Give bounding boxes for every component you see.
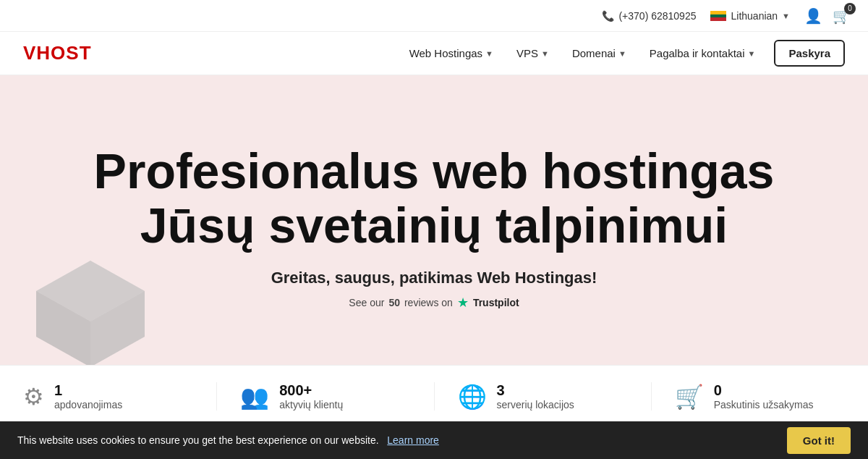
nav-item-domenai[interactable]: Domenai ▼ — [562, 41, 637, 65]
nav-bar: VHOST Web Hostingas ▼ VPS ▼ Domenai ▼ Pa… — [0, 32, 868, 75]
trustpilot-prefix: See our — [349, 297, 384, 308]
stat-item-awards: ⚙ 1 apdovanojimas — [0, 382, 217, 410]
phone-number: 📞 (+370) 62810925 — [602, 10, 696, 22]
nav-item-vps[interactable]: VPS ▼ — [506, 41, 559, 65]
trustpilot-star-icon: ★ — [457, 295, 469, 311]
phone-icon: 📞 — [602, 10, 614, 22]
nav-caret-web-hostingas: ▼ — [485, 49, 493, 58]
stat-item-orders: 🛒 0 Paskutinis užsakymas — [652, 382, 868, 410]
nav-caret-pagalba: ▼ — [748, 49, 756, 58]
cookie-message: This website uses cookies to ensure you … — [17, 434, 780, 446]
language-caret-icon: ▼ — [782, 12, 790, 20]
nav-links: Web Hostingas ▼ VPS ▼ Domenai ▼ Pagalba … — [399, 40, 845, 67]
stat-text-clients: 800+ aktyvių klientų — [279, 382, 343, 410]
stat-item-servers: 🌐 3 serverių lokacijos — [435, 382, 652, 410]
top-bar: 📞 (+370) 62810925 Lithuanian ▼ 👤 🛒 0 — [0, 0, 868, 32]
language-label: Lithuanian — [731, 10, 778, 22]
stat-number-clients: 800+ — [279, 382, 343, 399]
svg-rect-0 — [710, 11, 726, 14]
trustpilot-mid: reviews on — [404, 297, 453, 308]
trustpilot-brand: Trustpilot — [473, 297, 519, 308]
trustpilot-line: See our 50 reviews on ★ Trustpilot — [349, 295, 519, 311]
hero-subtitle: Greitas, saugus, patikimas Web Hostingas… — [271, 269, 597, 287]
stat-label-clients: aktyvių klientų — [279, 399, 343, 410]
hero-title: Profesionalus web hostingas Jūsų svetain… — [43, 144, 825, 253]
trustpilot-count: 50 — [388, 297, 400, 308]
language-selector[interactable]: Lithuanian ▼ — [710, 10, 790, 22]
logo[interactable]: VHOST — [23, 42, 92, 64]
cookie-message-text: This website uses cookies to ensure you … — [17, 434, 379, 446]
paskyra-button[interactable]: Paskyra — [774, 40, 845, 67]
stat-label-orders: Paskutinis užsakymas — [714, 399, 814, 410]
cart-badge: 0 — [844, 3, 856, 14]
hero-section: Profesionalus web hostingas Jūsų svetain… — [0, 75, 868, 365]
nav-caret-vps: ▼ — [541, 49, 549, 58]
phone-text: (+370) 62810925 — [618, 10, 696, 22]
cookie-learn-more-link[interactable]: Learn more — [387, 434, 439, 446]
stat-number-servers: 3 — [497, 382, 574, 399]
stat-number-orders: 0 — [714, 382, 814, 399]
stat-item-clients: 👥 800+ aktyvių klientų — [217, 382, 434, 410]
stat-number-awards: 1 — [54, 382, 122, 399]
top-bar-icons: 👤 🛒 0 — [804, 7, 851, 25]
nav-label-web-hostingas: Web Hostingas — [409, 47, 482, 59]
decorative-cube — [29, 257, 152, 365]
stat-text-orders: 0 Paskutinis užsakymas — [714, 382, 814, 410]
stat-text-servers: 3 serverių lokacijos — [497, 382, 574, 410]
nav-caret-domenai: ▼ — [618, 49, 626, 58]
stat-icon-clients: 👥 — [240, 383, 269, 410]
nav-label-domenai: Domenai — [572, 47, 616, 59]
stats-bar: ⚙ 1 apdovanojimas 👥 800+ aktyvių klientų… — [0, 365, 868, 427]
flag-icon — [710, 11, 726, 21]
nav-label-pagalba: Pagalba ir kontaktai — [650, 47, 745, 59]
stat-icon-orders: 🛒 — [675, 383, 704, 410]
nav-label-vps: VPS — [516, 47, 538, 59]
stat-icon-servers: 🌐 — [458, 383, 487, 410]
nav-item-pagalba[interactable]: Pagalba ir kontaktai ▼ — [639, 41, 766, 65]
cookie-got-it-button[interactable]: Got it! — [787, 427, 851, 454]
cookie-bar: This website uses cookies to ensure you … — [0, 421, 868, 459]
svg-rect-1 — [710, 14, 726, 17]
stat-label-servers: serverių lokacijos — [497, 399, 574, 410]
cart-wrapper[interactable]: 🛒 0 — [833, 7, 851, 25]
stat-label-awards: apdovanojimas — [54, 399, 122, 410]
svg-rect-2 — [710, 17, 726, 21]
stat-icon-awards: ⚙ — [23, 383, 44, 410]
nav-item-web-hostingas[interactable]: Web Hostingas ▼ — [399, 41, 503, 65]
user-icon[interactable]: 👤 — [804, 7, 822, 25]
stat-text-awards: 1 apdovanojimas — [54, 382, 122, 410]
